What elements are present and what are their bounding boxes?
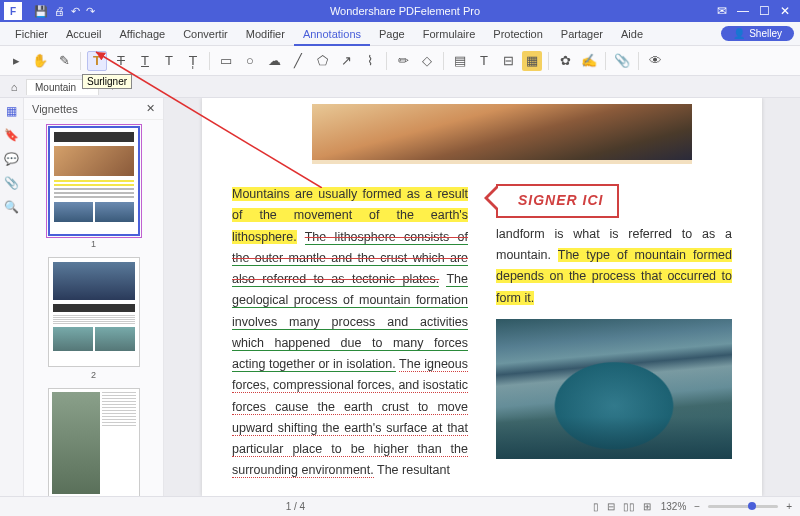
tab-label: Mountain [35, 82, 76, 93]
page-1: Mountains are usually formed as a result… [202, 98, 762, 496]
thumbnail-number: 1 [30, 239, 157, 249]
close-icon[interactable]: ✕ [780, 4, 790, 18]
underline-tool-icon[interactable]: T [135, 51, 155, 71]
connected-line-icon[interactable]: ⌇ [360, 51, 380, 71]
zoom-value[interactable]: 132% [661, 501, 687, 512]
status-bar: 1 / 4 ▯ ⊟ ▯▯ ⊞ 132% − + [0, 496, 800, 516]
view-mode-buttons: ▯ ⊟ ▯▯ ⊞ [591, 501, 653, 512]
zoom-in-icon[interactable]: + [786, 501, 792, 512]
thumbnails-title: Vignettes [32, 103, 78, 115]
signature-tool-icon[interactable]: ✍ [579, 51, 599, 71]
mountain-photo [496, 319, 732, 459]
strikethrough-tool-icon[interactable]: T [111, 51, 131, 71]
comments-rail-icon[interactable]: 💬 [4, 152, 19, 166]
menu-partager[interactable]: Partager [552, 22, 612, 46]
menu-affichage[interactable]: Affichage [110, 22, 174, 46]
thumbnail-page-1[interactable]: 1 [30, 126, 157, 249]
pencil-tool-icon[interactable]: ✏ [393, 51, 413, 71]
user-badge[interactable]: 👤Shelley [721, 26, 794, 41]
divider [386, 52, 387, 70]
header-image [312, 104, 692, 164]
app-logo: F [4, 2, 22, 20]
page-indicator[interactable]: 1 / 4 [8, 501, 583, 512]
cloud-shape-icon[interactable]: ☁ [264, 51, 284, 71]
user-name: Shelley [749, 28, 782, 39]
app-title: Wondershare PDFelement Pro [103, 5, 707, 17]
menu-protection[interactable]: Protection [484, 22, 552, 46]
left-column: Mountains are usually formed as a result… [232, 184, 468, 482]
highlight-tool-icon[interactable]: T [87, 51, 107, 71]
menu-bar: Fichier Accueil Affichage Convertir Modi… [0, 22, 800, 46]
print-icon[interactable]: 🖨 [54, 5, 65, 18]
thumbnail-page-2[interactable]: 2 [30, 257, 157, 380]
divider [605, 52, 606, 70]
hide-annotations-icon[interactable]: 👁 [645, 51, 665, 71]
rectangle-shape-icon[interactable]: ▭ [216, 51, 236, 71]
eraser-tool-icon[interactable]: ◇ [417, 51, 437, 71]
menu-formulaire[interactable]: Formulaire [414, 22, 485, 46]
minimize-icon[interactable]: — [737, 4, 749, 18]
thumbnails-list[interactable]: 1 2 3 [24, 120, 163, 496]
menu-aide[interactable]: Aide [612, 22, 652, 46]
thumbnails-rail-icon[interactable]: ▦ [6, 104, 17, 118]
squiggly-tool-icon[interactable]: T [159, 51, 179, 71]
search-rail-icon[interactable]: 🔍 [4, 200, 19, 214]
divider [443, 52, 444, 70]
redo-icon[interactable]: ↷ [86, 5, 95, 18]
two-continuous-icon[interactable]: ⊞ [641, 501, 653, 512]
tooltip: Surligner [82, 74, 132, 89]
mail-icon[interactable]: ✉ [717, 4, 727, 18]
textbox-tool-icon[interactable]: ⊟ [498, 51, 518, 71]
panel-close-icon[interactable]: ✕ [146, 102, 155, 115]
quick-access-toolbar: 💾 🖨 ↶ ↷ [26, 5, 103, 18]
annotations-toolbar: ▸ ✋ ✎ T T T T T̩ ▭ ○ ☁ ╱ ⬠ ↗ ⌇ ✏ ◇ ▤ T ⊟… [0, 46, 800, 76]
document-viewport[interactable]: Mountains are usually formed as a result… [164, 98, 800, 496]
menu-accueil[interactable]: Accueil [57, 22, 110, 46]
menu-modifier[interactable]: Modifier [237, 22, 294, 46]
two-page-icon[interactable]: ▯▯ [621, 501, 637, 512]
oval-shape-icon[interactable]: ○ [240, 51, 260, 71]
arrow-shape-icon[interactable]: ↗ [336, 51, 356, 71]
line-shape-icon[interactable]: ╱ [288, 51, 308, 71]
caret-tool-icon[interactable]: T̩ [183, 51, 203, 71]
zoom-slider[interactable] [708, 505, 778, 508]
divider [209, 52, 210, 70]
divider [548, 52, 549, 70]
menu-fichier[interactable]: Fichier [6, 22, 57, 46]
title-bar: F 💾 🖨 ↶ ↷ Wondershare PDFelement Pro ✉ —… [0, 0, 800, 22]
menu-page[interactable]: Page [370, 22, 414, 46]
undo-icon[interactable]: ↶ [71, 5, 80, 18]
divider [638, 52, 639, 70]
zoom-out-icon[interactable]: − [694, 501, 700, 512]
typewriter-tool-icon[interactable]: T [474, 51, 494, 71]
stamp-tool-icon[interactable]: ✿ [555, 51, 575, 71]
sign-here-stamp[interactable]: SIGNER ICI [496, 184, 619, 218]
menu-annotations[interactable]: Annotations [294, 22, 370, 46]
hand-tool-icon[interactable]: ✋ [30, 51, 50, 71]
polygon-shape-icon[interactable]: ⬠ [312, 51, 332, 71]
select-tool-icon[interactable]: ▸ [6, 51, 26, 71]
body-text: The resultant [377, 463, 450, 477]
continuous-page-icon[interactable]: ⊟ [605, 501, 617, 512]
underline-blue-text[interactable]: The igneous forces, compressional forces… [232, 357, 468, 478]
edit-tool-icon[interactable]: ✎ [54, 51, 74, 71]
window-controls: ✉ — ☐ ✕ [707, 4, 800, 18]
attachments-rail-icon[interactable]: 📎 [4, 176, 19, 190]
menu-convertir[interactable]: Convertir [174, 22, 237, 46]
divider [80, 52, 81, 70]
right-column: SIGNER ICI landform is what is referred … [496, 184, 732, 482]
main-area: ▦ 🔖 💬 📎 🔍 Vignettes ✕ 1 [0, 98, 800, 496]
single-page-icon[interactable]: ▯ [591, 501, 601, 512]
thumbnail-number: 2 [30, 370, 157, 380]
thumbnail-page-3[interactable]: 3 [30, 388, 157, 496]
attachment-tool-icon[interactable]: 📎 [612, 51, 632, 71]
save-icon[interactable]: 💾 [34, 5, 48, 18]
home-tab-icon[interactable]: ⌂ [4, 81, 24, 93]
thumbnails-panel: Vignettes ✕ 1 2 [24, 98, 164, 496]
maximize-icon[interactable]: ☐ [759, 4, 770, 18]
area-highlight-icon[interactable]: ▦ [522, 51, 542, 71]
thumbnails-header: Vignettes ✕ [24, 98, 163, 120]
note-tool-icon[interactable]: ▤ [450, 51, 470, 71]
side-rail: ▦ 🔖 💬 📎 🔍 [0, 98, 24, 496]
bookmarks-rail-icon[interactable]: 🔖 [4, 128, 19, 142]
